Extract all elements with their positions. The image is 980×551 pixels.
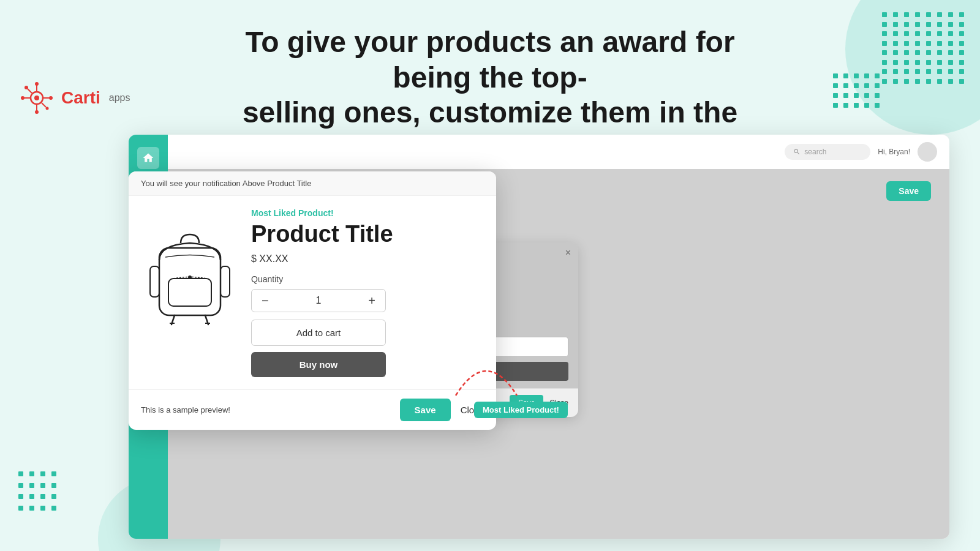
svg-rect-16 <box>150 266 159 297</box>
svg-point-13 <box>46 107 49 110</box>
svg-point-12 <box>24 86 28 89</box>
bg-modal-close-x[interactable]: × <box>565 247 571 258</box>
logo-text: Carti <box>61 88 100 108</box>
dashed-arc-container <box>450 353 523 404</box>
product-image <box>141 208 239 331</box>
logo-apps: apps <box>109 92 130 103</box>
svg-point-7 <box>35 110 39 114</box>
product-price: $ XX.XX <box>251 253 484 264</box>
quantity-plus-button[interactable]: + <box>368 294 375 307</box>
svg-point-8 <box>21 96 24 100</box>
modal-save-button[interactable]: Save <box>400 399 451 421</box>
search-bar[interactable]: search <box>785 144 870 160</box>
carti-logo-icon <box>18 80 55 116</box>
quantity-control: − 1 + <box>251 289 386 312</box>
svg-point-1 <box>34 96 39 100</box>
svg-point-6 <box>35 82 39 86</box>
sample-preview-text: This is a sample preview! <box>141 405 230 414</box>
svg-point-9 <box>49 96 53 100</box>
quantity-minus-button[interactable]: − <box>262 294 269 307</box>
app-topbar: search Hi, Bryan! <box>168 135 949 169</box>
search-placeholder: search <box>804 148 826 156</box>
svg-line-10 <box>28 89 32 93</box>
buy-now-button[interactable]: Buy now <box>251 352 386 377</box>
svg-point-20 <box>188 276 192 279</box>
svg-line-11 <box>42 103 46 107</box>
logo-area: Carti apps <box>18 80 130 116</box>
main-modal: You will see your notification Above Pro… <box>129 171 496 430</box>
sidebar-item-home[interactable] <box>137 147 159 169</box>
dots-bottom-left <box>18 471 61 514</box>
floating-most-liked-badge: Most Liked Product! <box>474 402 568 418</box>
most-liked-badge: Most Liked Product! <box>251 208 484 218</box>
svg-rect-15 <box>168 279 211 306</box>
app-window: search Hi, Bryan! Save × Liked Product! … <box>129 135 949 539</box>
app-save-button[interactable]: Save <box>886 181 931 201</box>
user-avatar <box>918 142 937 162</box>
quantity-label: Quantity <box>251 274 484 284</box>
modal-body: Most Liked Product! Product Title $ XX.X… <box>129 196 496 389</box>
product-details: Most Liked Product! Product Title $ XX.X… <box>251 208 484 377</box>
product-title: Product Title <box>251 222 484 247</box>
hi-text: Hi, Bryan! <box>878 148 910 156</box>
modal-notification-bar: You will see your notification Above Pro… <box>129 171 496 196</box>
dashed-arc-svg <box>450 353 523 402</box>
svg-rect-17 <box>221 266 230 297</box>
backpack-svg <box>144 211 236 328</box>
modal-footer: This is a sample preview! Save Close <box>129 389 496 430</box>
quantity-value: 1 <box>281 295 356 306</box>
add-to-cart-button[interactable]: Add to cart <box>251 320 386 346</box>
